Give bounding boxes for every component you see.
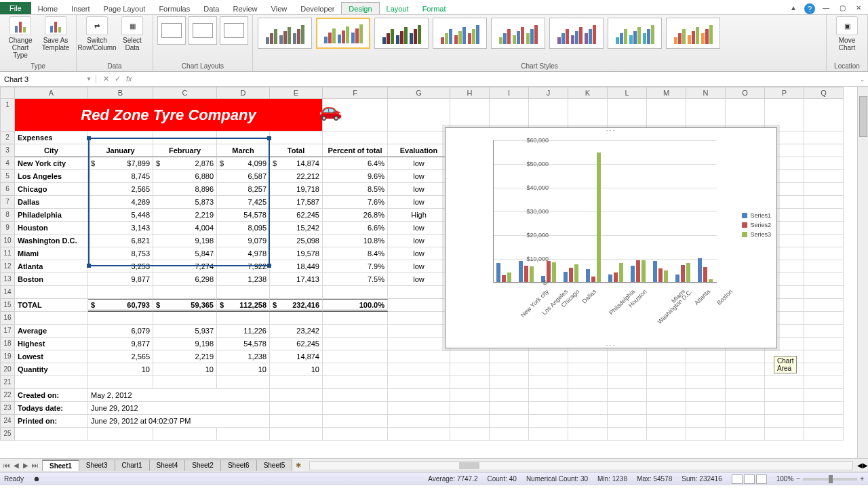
cell[interactable]: Evaluation [388,144,450,157]
cell[interactable] [765,389,804,402]
cell[interactable]: TOTAL [15,299,88,312]
prev-sheet-icon[interactable]: ◀ [12,462,20,469]
cell[interactable] [686,350,726,363]
column-header[interactable]: B [88,87,153,99]
cell[interactable] [217,312,270,325]
cell[interactable] [804,222,844,235]
cell[interactable]: Red Zone Tyre Company [15,99,323,131]
chart-layout-option[interactable] [189,16,217,45]
tab-page-layout[interactable]: Page Layout [97,3,153,14]
cell[interactable]: 9,877 [88,338,153,350]
cell[interactable]: Philadelphia [15,209,88,222]
cell[interactable] [647,389,686,402]
cell[interactable]: 5,937 [153,325,217,338]
cell[interactable] [804,389,844,402]
cell[interactable]: 8.4% [323,247,388,260]
cell[interactable]: $112,258 [217,299,270,312]
cell[interactable] [490,415,529,428]
cell[interactable] [765,415,804,428]
cell[interactable]: Percent of total [323,144,388,157]
chart-bar[interactable] [574,264,578,282]
cell[interactable] [686,428,726,441]
row-header[interactable]: 1 [0,99,15,131]
cell[interactable] [529,350,568,363]
cell[interactable] [804,402,844,415]
cell[interactable] [647,428,686,441]
cell[interactable]: 22,212 [270,170,323,183]
chart-bar[interactable] [502,275,506,282]
cell[interactable] [450,376,490,389]
cell[interactable] [568,389,608,402]
cell[interactable] [765,376,804,389]
cell[interactable] [88,286,153,299]
cell[interactable]: 54,578 [217,338,270,350]
cell[interactable] [490,350,529,363]
chart-bar[interactable] [664,270,668,282]
first-sheet-icon[interactable]: ⏮ [3,462,11,469]
cell[interactable]: $60,793 [88,299,153,312]
cell[interactable]: 1,238 [217,273,270,286]
next-sheet-icon[interactable]: ▶ [22,462,30,469]
selection-handle[interactable] [87,136,91,140]
chart-bar[interactable] [591,277,595,282]
row-header[interactable]: 14 [0,286,15,299]
cell[interactable]: 8,896 [153,183,217,196]
column-header[interactable]: Q [804,87,844,99]
cell[interactable]: February [153,144,217,157]
tab-home[interactable]: Home [31,3,64,14]
cell[interactable]: 10 [217,363,270,376]
chart-style-option[interactable] [608,18,662,49]
cell[interactable]: low [388,170,450,183]
cell[interactable] [323,131,388,144]
cell[interactable]: New York city [15,157,88,170]
chart-bar[interactable] [619,263,623,282]
cell[interactable] [765,99,804,131]
chart-style-option[interactable] [316,18,370,49]
cell[interactable]: 8,257 [217,183,270,196]
cell[interactable]: 14,874 [270,350,323,363]
cell[interactable] [88,376,153,389]
cell[interactable] [765,428,804,441]
row-header[interactable]: 11 [0,247,15,260]
cell[interactable]: 5,448 [88,209,153,222]
cell[interactable] [804,350,844,363]
cell[interactable]: 3,143 [88,222,153,235]
cell[interactable]: Created on: [15,389,88,402]
cell[interactable] [726,99,765,131]
cell[interactable] [608,402,647,415]
cell[interactable]: Atlanta [15,260,88,273]
cell[interactable] [804,196,844,209]
cell[interactable]: 4,289 [88,196,153,209]
tab-view[interactable]: View [264,3,294,14]
cell[interactable]: low [388,273,450,286]
cell[interactable] [686,402,726,415]
cell[interactable]: 8,753 [88,247,153,260]
cell[interactable] [529,99,568,131]
tab-layout[interactable]: Layout [380,3,416,14]
row-header[interactable]: 18 [0,338,15,350]
sheet-tab[interactable]: Sheet2 [184,460,221,471]
cell[interactable] [647,376,686,389]
cell[interactable]: 6.4% [323,157,388,170]
cell[interactable] [323,325,388,338]
row-header[interactable]: 9 [0,222,15,235]
cell[interactable]: Los Angeles [15,170,88,183]
cell[interactable]: High [388,209,450,222]
cell[interactable]: 26.8% [323,209,388,222]
row-header[interactable]: 8 [0,209,15,222]
row-header[interactable]: 2 [0,131,15,144]
select-all-corner[interactable] [0,87,15,99]
cell[interactable]: 6,821 [88,235,153,247]
cell[interactable]: 23,242 [270,325,323,338]
cell[interactable] [568,415,608,428]
cell[interactable] [88,131,153,144]
cell[interactable]: Lowest [15,350,88,363]
cell[interactable]: 8.5% [323,183,388,196]
cell[interactable] [726,415,765,428]
tab-review[interactable]: Review [226,3,264,14]
cell[interactable] [804,247,844,260]
cell[interactable]: 9,198 [153,235,217,247]
cell[interactable]: 9,877 [88,273,153,286]
chart-layout-option[interactable] [157,16,186,45]
cell[interactable] [490,389,529,402]
